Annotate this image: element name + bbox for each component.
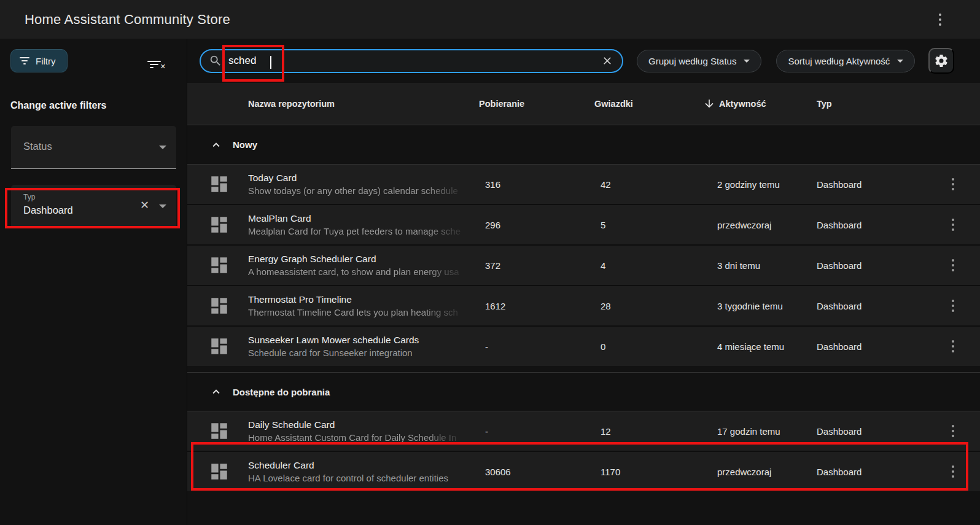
repo-title: MealPlan Card xyxy=(248,212,469,225)
activity-value: przedwczoraj xyxy=(703,467,817,477)
page-title: Home Assistant Community Store xyxy=(25,12,230,28)
filter-icon xyxy=(20,57,29,64)
downloads-value: 1612 xyxy=(479,301,594,311)
type-value: Dashboard xyxy=(817,341,935,352)
table-row[interactable]: Sunseeker Lawn Mower schedule Cards Sche… xyxy=(187,325,980,366)
group-header-available[interactable]: Dostępne do pobrania xyxy=(187,372,980,411)
chevron-down-icon xyxy=(159,204,166,208)
type-value: Dashboard xyxy=(817,301,935,311)
app-bar: Home Assistant Community Store xyxy=(0,0,980,39)
stars-value: 0 xyxy=(594,341,703,352)
group-by-dropdown[interactable]: Grupuj według Status xyxy=(637,50,761,72)
search-toolbar: Grupuj według Status Sortuj według Aktyw… xyxy=(187,39,980,83)
group-gap xyxy=(187,366,980,372)
settings-button[interactable] xyxy=(928,48,954,74)
dashboard-icon xyxy=(209,174,230,195)
stars-value: 1170 xyxy=(594,467,703,477)
column-header-name[interactable]: Nazwa repozytorium xyxy=(248,99,479,109)
type-filter-label: Typ xyxy=(23,193,35,201)
type-filter-clear-icon[interactable]: ✕ xyxy=(140,200,149,211)
search-clear-icon[interactable] xyxy=(601,55,613,67)
repo-title: Scheduler Card xyxy=(248,459,469,472)
active-filters-heading: Change active filters xyxy=(0,83,187,111)
column-header-stars[interactable]: Gwiazdki xyxy=(594,99,703,109)
column-header-downloads[interactable]: Pobieranie xyxy=(479,99,594,109)
activity-value: 2 godziny temu xyxy=(703,179,817,190)
table-row-scheduler-card[interactable]: Scheduler Card HA Lovelace card for cont… xyxy=(187,451,980,491)
repo-title: Today Card xyxy=(248,171,469,184)
row-menu-icon[interactable] xyxy=(949,422,957,440)
column-header-type[interactable]: Typ xyxy=(817,99,935,109)
sort-by-label: Sortuj według Aktywność xyxy=(788,56,890,66)
type-value: Dashboard xyxy=(817,179,935,190)
repo-title: Sunseeker Lawn Mower schedule Cards xyxy=(248,333,469,346)
stars-value: 12 xyxy=(594,426,703,437)
activity-value: 17 godzin temu xyxy=(703,426,817,437)
repo-title: Thermostat Pro Timeline xyxy=(248,293,469,306)
type-filter-select[interactable]: Typ Dashboard ✕ xyxy=(11,185,176,228)
dashboard-icon xyxy=(209,421,230,441)
repo-description: HA Lovelace card for control of schedule… xyxy=(248,472,469,484)
table-row[interactable]: Daily Schedule Card Home Assistant Custo… xyxy=(187,411,980,451)
status-filter-label: Status xyxy=(23,141,52,152)
hacs-window: Home Assistant Community Store Filtry ✕ … xyxy=(0,0,980,525)
group-label: Dostępne do pobrania xyxy=(233,387,330,397)
repo-description: Show todays (or any other days) calendar… xyxy=(248,184,469,197)
overflow-menu-icon[interactable] xyxy=(936,11,944,28)
table-row[interactable]: Today Card Show todays (or any other day… xyxy=(187,165,980,204)
table-row[interactable]: Thermostat Pro Timeline Thermostat Timel… xyxy=(187,285,980,325)
chevron-down-icon xyxy=(159,146,166,149)
repo-description: Home Assistant Custom Card for Daily Sch… xyxy=(248,431,469,444)
repo-title: Daily Schedule Card xyxy=(248,418,469,431)
dashboard-icon xyxy=(209,461,230,482)
filter-sidebar: Filtry ✕ Change active filters Status Ty… xyxy=(0,39,187,525)
text-cursor xyxy=(270,56,271,69)
dashboard-icon xyxy=(209,214,230,235)
repo-description: A homeassistent card, to show and plan e… xyxy=(248,265,469,278)
group-header-new[interactable]: Nowy xyxy=(187,125,980,165)
dashboard-icon xyxy=(209,295,230,316)
dashboard-icon xyxy=(209,255,230,276)
row-menu-icon[interactable] xyxy=(949,176,957,193)
search-icon xyxy=(209,54,222,68)
stars-value: 28 xyxy=(594,301,703,311)
row-menu-icon[interactable] xyxy=(949,297,957,314)
sort-descending-icon xyxy=(703,98,715,110)
activity-value: przedwczoraj xyxy=(703,220,817,230)
table-row[interactable]: Energy Graph Scheduler Card A homeassist… xyxy=(187,244,980,285)
type-filter-value: Dashboard xyxy=(23,204,73,216)
downloads-value: 372 xyxy=(479,260,594,271)
search-bar xyxy=(200,49,623,73)
chevron-up-icon xyxy=(209,138,223,152)
filters-button-label: Filtry xyxy=(36,56,56,66)
table-row[interactable]: MealPlan Card Mealplan Card for Tuya pet… xyxy=(187,204,980,244)
type-value: Dashboard xyxy=(817,467,935,477)
sort-by-dropdown[interactable]: Sortuj według Aktywność xyxy=(776,50,915,72)
clear-filters-icon[interactable]: ✕ xyxy=(147,53,165,68)
downloads-value: 316 xyxy=(479,179,594,190)
type-value: Dashboard xyxy=(817,426,935,437)
dashboard-icon xyxy=(209,336,230,357)
repo-description: Schedule card for Sunseeker integration xyxy=(248,346,469,359)
activity-value: 3 dni temu xyxy=(703,260,817,271)
table-header: Nazwa repozytorium Pobieranie Gwiazdki A… xyxy=(187,83,980,125)
row-menu-icon[interactable] xyxy=(949,338,957,355)
activity-value: 3 tygodnie temu xyxy=(703,301,817,311)
downloads-value: 296 xyxy=(479,220,594,230)
stars-value: 42 xyxy=(594,179,703,190)
stars-value: 5 xyxy=(594,220,703,230)
row-menu-icon[interactable] xyxy=(949,216,957,233)
downloads-value: - xyxy=(479,426,594,437)
content-filler xyxy=(187,491,980,525)
row-menu-icon[interactable] xyxy=(949,463,957,480)
status-filter-select[interactable]: Status xyxy=(11,126,176,169)
group-label: Nowy xyxy=(233,139,257,150)
repo-description: Thermostat Timeline Card lets you plan h… xyxy=(248,306,469,319)
downloads-value: - xyxy=(479,341,594,352)
main-content: Grupuj według Status Sortuj według Aktyw… xyxy=(187,39,980,525)
stars-value: 4 xyxy=(594,260,703,271)
column-header-activity[interactable]: Aktywność xyxy=(703,98,817,110)
filters-button[interactable]: Filtry xyxy=(10,49,68,72)
search-input[interactable] xyxy=(228,55,596,67)
row-menu-icon[interactable] xyxy=(949,257,957,274)
